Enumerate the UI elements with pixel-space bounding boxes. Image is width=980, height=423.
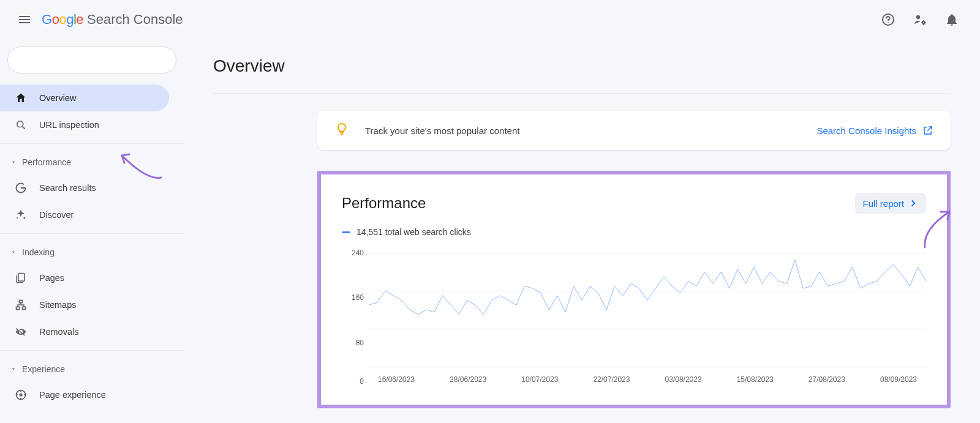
sidebar-section-label: Experience xyxy=(22,364,65,374)
legend-label: 14,551 total web search clicks xyxy=(356,227,471,237)
user-gear-icon xyxy=(913,12,927,27)
x-tick-label: 10/07/2023 xyxy=(512,375,567,387)
sidebar-item-sitemaps[interactable]: Sitemaps xyxy=(0,291,169,318)
svg-point-1 xyxy=(888,22,889,23)
insights-link[interactable]: Search Console Insights xyxy=(816,125,933,136)
y-tick-label: 0 xyxy=(342,377,364,386)
performance-chart: 240 160 80 0 16/06/2023 28 xyxy=(342,253,926,387)
x-tick-label: 27/08/2023 xyxy=(799,375,854,387)
chevron-down-icon xyxy=(10,159,22,166)
home-icon xyxy=(15,92,29,104)
product-name: Search Console xyxy=(87,12,183,28)
sidebar-item-url-inspection[interactable]: URL inspection xyxy=(0,111,169,138)
sidebar-item-label: Pages xyxy=(39,273,64,283)
sidebar-item-discover[interactable]: Discover xyxy=(0,201,169,228)
x-tick-label: 16/06/2023 xyxy=(369,375,424,387)
insights-card: Track your site's most popular content S… xyxy=(317,111,951,150)
x-tick-label: 22/07/2023 xyxy=(584,375,639,387)
sidebar: Overview URL inspection Performance Sear… xyxy=(0,39,184,423)
x-axis-labels: 16/06/2023 28/06/2023 10/07/2023 22/07/2… xyxy=(369,375,926,387)
property-selector[interactable] xyxy=(7,47,176,73)
chevron-down-icon xyxy=(10,249,22,256)
notifications-button[interactable] xyxy=(938,6,965,33)
pages-icon xyxy=(15,272,29,284)
performance-card: Performance Full report 14,551 total web… xyxy=(317,171,951,408)
open-in-new-icon xyxy=(922,125,933,136)
y-tick-label: 80 xyxy=(342,339,364,347)
svg-point-10 xyxy=(20,394,23,397)
svg-point-2 xyxy=(916,15,920,19)
discover-icon xyxy=(15,209,29,221)
help-button[interactable] xyxy=(875,6,902,33)
x-tick-label: 28/06/2023 xyxy=(440,375,496,387)
sidebar-item-label: URL inspection xyxy=(39,120,99,130)
full-report-button[interactable]: Full report xyxy=(855,193,926,214)
line-chart-svg xyxy=(369,253,926,367)
visibility-off-icon xyxy=(15,326,29,338)
hamburger-icon xyxy=(17,12,32,27)
performance-title: Performance xyxy=(342,195,426,212)
google-wordmark: Google xyxy=(42,12,83,28)
svg-rect-7 xyxy=(17,307,20,309)
sidebar-item-label: Search results xyxy=(39,183,96,193)
sidebar-section-experience[interactable]: Experience xyxy=(0,357,184,381)
x-tick-label: 15/08/2023 xyxy=(728,375,783,387)
lightbulb-icon xyxy=(334,122,349,139)
sidebar-section-performance[interactable]: Performance xyxy=(0,150,184,174)
users-settings-button[interactable] xyxy=(907,6,933,33)
help-icon xyxy=(881,12,895,27)
sidebar-item-removals[interactable]: Removals xyxy=(0,318,169,345)
bell-icon xyxy=(944,12,959,27)
sidebar-item-label: Removals xyxy=(39,327,78,337)
y-tick-label: 160 xyxy=(342,293,364,302)
y-tick-label: 240 xyxy=(342,249,364,257)
chart-legend: 14,551 total web search clicks xyxy=(342,227,926,237)
sidebar-section-indexing[interactable]: Indexing xyxy=(0,240,184,264)
svg-rect-8 xyxy=(23,307,26,309)
x-tick-label: 08/09/2023 xyxy=(871,375,926,387)
insights-text: Track your site's most popular content xyxy=(365,125,519,136)
legend-swatch xyxy=(342,231,350,233)
search-icon xyxy=(15,119,29,131)
sidebar-item-label: Page experience xyxy=(39,390,106,400)
sidebar-section-label: Performance xyxy=(22,157,71,167)
sidebar-item-search-results[interactable]: Search results xyxy=(0,174,169,201)
app-header: Google Search Console xyxy=(0,0,980,39)
sidebar-item-overview[interactable]: Overview xyxy=(0,84,169,111)
sidebar-item-label: Sitemaps xyxy=(39,300,76,310)
insights-link-label: Search Console Insights xyxy=(816,125,916,136)
x-tick-label: 03/08/2023 xyxy=(656,375,711,387)
sidebar-item-label: Overview xyxy=(39,93,76,103)
sidebar-item-pages[interactable]: Pages xyxy=(0,264,169,291)
main-content: Overview Track your site's most popular … xyxy=(184,39,980,423)
page-experience-icon xyxy=(15,389,29,401)
svg-rect-5 xyxy=(18,274,24,282)
sidebar-section-label: Indexing xyxy=(22,247,55,257)
full-report-label: Full report xyxy=(862,198,904,209)
sidebar-item-label: Discover xyxy=(39,210,74,220)
svg-point-4 xyxy=(17,121,23,127)
chevron-right-icon xyxy=(908,198,919,209)
google-g-icon xyxy=(15,182,29,194)
chevron-down-icon xyxy=(10,365,22,373)
sidebar-item-page-experience[interactable]: Page experience xyxy=(0,381,169,408)
product-logo[interactable]: Google Search Console xyxy=(42,12,183,28)
svg-rect-6 xyxy=(20,301,23,303)
header-actions xyxy=(875,6,970,33)
menu-button[interactable] xyxy=(10,5,39,34)
page-title: Overview xyxy=(213,56,951,76)
sitemap-icon xyxy=(15,299,29,311)
